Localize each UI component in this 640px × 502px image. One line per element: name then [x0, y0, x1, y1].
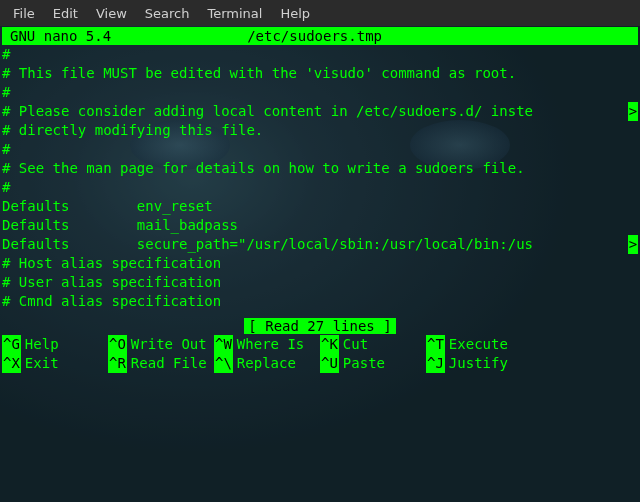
shortcut-bar: ^GHelp ^OWrite Out ^WWhere Is ^KCut ^TEx… [0, 335, 640, 373]
shortcut-key: ^K [320, 335, 339, 354]
editor-line: # directly modifying this file. [2, 121, 638, 140]
shortcut-key: ^U [320, 354, 339, 373]
shortcut-label: Justify [445, 355, 508, 371]
shortcut-execute[interactable]: ^TExecute [426, 335, 532, 354]
editor-area[interactable]: # # This file MUST be edited with the 'v… [0, 45, 640, 311]
shortcut-label: Read File [127, 355, 207, 371]
shortcut-key: ^T [426, 335, 445, 354]
overflow-marker-icon: > [628, 102, 638, 121]
editor-line: Defaults env_reset [2, 197, 638, 216]
editor-line: # User alias specification [2, 273, 638, 292]
status-bar: [ Read 27 lines ] [0, 317, 640, 335]
shortcut-help[interactable]: ^GHelp [2, 335, 108, 354]
menu-help[interactable]: Help [271, 4, 319, 23]
editor-line: Defaults mail_badpass [2, 216, 638, 235]
shortcut-readfile[interactable]: ^RRead File [108, 354, 214, 373]
editor-line: # [2, 45, 638, 64]
shortcut-key: ^X [2, 354, 21, 373]
menu-view[interactable]: View [87, 4, 136, 23]
shortcut-label: Execute [445, 336, 508, 352]
nano-titlebar: GNU nano 5.4 /etc/sudoers.tmp [2, 27, 638, 45]
shortcut-label: Write Out [127, 336, 207, 352]
app-name: GNU nano 5.4 [2, 27, 111, 45]
shortcut-paste[interactable]: ^UPaste [320, 354, 426, 373]
editor-line: # Host alias specification [2, 254, 638, 273]
terminal[interactable]: GNU nano 5.4 /etc/sudoers.tmp # # This f… [0, 27, 640, 373]
editor-line: # See the man page for details on how to… [2, 159, 638, 178]
editor-line: # [2, 140, 638, 159]
shortcut-label: Help [21, 336, 59, 352]
menu-search[interactable]: Search [136, 4, 199, 23]
shortcut-key: ^W [214, 335, 233, 354]
editor-line: # [2, 178, 638, 197]
shortcut-key: ^G [2, 335, 21, 354]
status-message: [ Read 27 lines ] [244, 318, 395, 334]
shortcut-replace[interactable]: ^\Replace [214, 354, 320, 373]
shortcut-cut[interactable]: ^KCut [320, 335, 426, 354]
shortcut-justify[interactable]: ^JJustify [426, 354, 532, 373]
shortcut-label: Cut [339, 336, 368, 352]
shortcut-label: Replace [233, 355, 296, 371]
shortcut-key: ^J [426, 354, 445, 373]
menu-edit[interactable]: Edit [44, 4, 87, 23]
editor-line: # This file MUST be edited with the 'vis… [2, 64, 638, 83]
shortcut-label: Paste [339, 355, 385, 371]
shortcut-key: ^O [108, 335, 127, 354]
editor-line: # Please consider adding local content i… [2, 102, 638, 121]
editor-line: # [2, 83, 638, 102]
shortcut-exit[interactable]: ^XExit [2, 354, 108, 373]
shortcut-whereis[interactable]: ^WWhere Is [214, 335, 320, 354]
menu-file[interactable]: File [4, 4, 44, 23]
shortcut-label: Where Is [233, 336, 304, 352]
shortcut-writeout[interactable]: ^OWrite Out [108, 335, 214, 354]
shortcut-key: ^\ [214, 354, 233, 373]
file-path: /etc/sudoers.tmp [111, 27, 638, 45]
overflow-marker-icon: > [628, 235, 638, 254]
menubar: File Edit View Search Terminal Help [0, 0, 640, 26]
menu-terminal[interactable]: Terminal [198, 4, 271, 23]
shortcut-label: Exit [21, 355, 59, 371]
editor-line: # Cmnd alias specification [2, 292, 638, 311]
shortcut-key: ^R [108, 354, 127, 373]
editor-line: Defaults secure_path="/usr/local/sbin:/u… [2, 235, 638, 254]
